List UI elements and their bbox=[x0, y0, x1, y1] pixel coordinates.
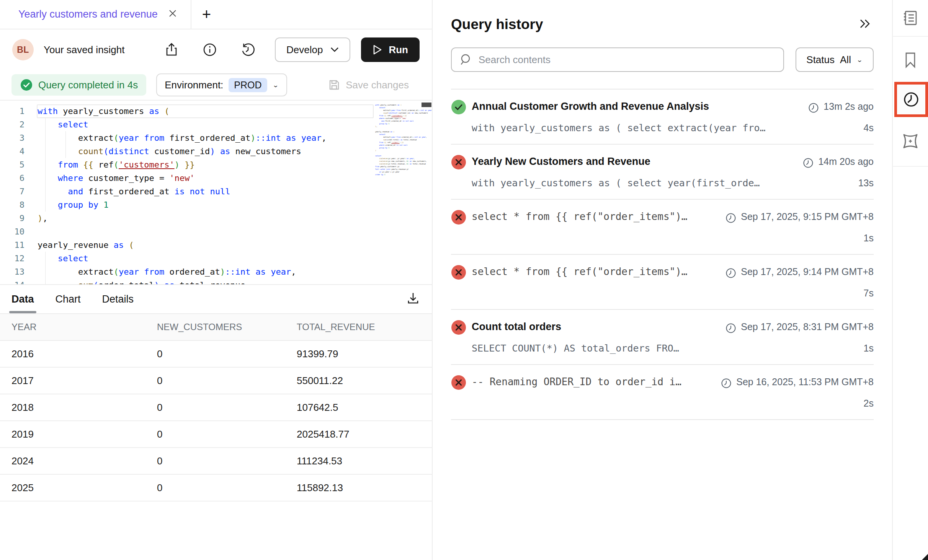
chevron-down-icon bbox=[330, 47, 339, 52]
query-title: -- Renaming ORDER_ID to order_id i… bbox=[472, 375, 721, 392]
editor-code[interactable]: with yearly_customers as ( select extrac… bbox=[34, 104, 432, 285]
new-tab-button[interactable]: + bbox=[191, 6, 222, 23]
editor-scrollbar-thumb[interactable] bbox=[422, 103, 431, 107]
search-input[interactable] bbox=[479, 54, 776, 66]
environment-selector[interactable]: Environment: PROD ⌄ bbox=[156, 73, 287, 96]
minimap-line: full outer join yearly_revenue yr bbox=[375, 168, 420, 171]
line-number: 9 bbox=[0, 212, 25, 225]
line-number: 6 bbox=[0, 171, 25, 185]
minimap-line: where customer_type = 'new' bbox=[375, 117, 420, 120]
error-status-icon bbox=[451, 375, 472, 392]
save-changes-button[interactable]: Save changes bbox=[328, 79, 409, 91]
line-number: 14 bbox=[0, 278, 25, 285]
table-cell: 2019 bbox=[11, 428, 157, 440]
query-history-list: Annual Customer Growth and Revenue Analy… bbox=[451, 89, 874, 420]
version-history-icon[interactable] bbox=[237, 38, 260, 61]
table-cell: 550011.22 bbox=[297, 375, 432, 387]
table-cell: 0 bbox=[157, 402, 297, 413]
status-filter-dropdown[interactable]: Status All ⌄ bbox=[796, 47, 874, 72]
code-line: sum(order_total) as total_revenue bbox=[38, 278, 432, 285]
error-status-icon bbox=[451, 155, 472, 171]
line-number: 7 bbox=[0, 185, 25, 198]
tab-details[interactable]: Details bbox=[102, 285, 134, 313]
minimap-line: with yearly_customers as ( bbox=[375, 104, 420, 106]
search-box[interactable] bbox=[451, 47, 784, 72]
minimap-line: select bbox=[375, 133, 420, 136]
query-duration: 1s bbox=[725, 233, 874, 245]
table-row: 2016091399.79 bbox=[0, 341, 432, 368]
table-cell: 0 bbox=[157, 455, 297, 467]
notebook-icon[interactable] bbox=[892, 0, 928, 36]
query-history-header: Query history bbox=[451, 16, 874, 33]
code-line: and first_ordered_at is not null bbox=[38, 185, 432, 198]
line-number: 8 bbox=[0, 198, 25, 212]
query-title: Yearly New Customers and Revenue bbox=[472, 155, 803, 171]
query-history-item[interactable]: Yearly New Customers and Revenue14m 20s … bbox=[451, 145, 874, 200]
tab-close-icon[interactable] bbox=[168, 8, 178, 20]
minimap-line: order by 1 bbox=[375, 173, 420, 176]
save-icon bbox=[328, 79, 340, 91]
query-history-rail-highlight[interactable] bbox=[894, 82, 928, 117]
table-row: 201902025418.77 bbox=[0, 421, 432, 448]
query-history-title: Query history bbox=[451, 16, 543, 33]
minimap-line: from yearly_customers yc bbox=[375, 165, 420, 168]
query-preview: with yearly_customers as ( select year(f… bbox=[472, 177, 803, 190]
table-cell: 111234.53 bbox=[297, 455, 432, 467]
table-cell: 0 bbox=[157, 348, 297, 360]
line-number: 5 bbox=[0, 158, 25, 171]
query-title: Count total orders bbox=[472, 320, 725, 337]
develop-button[interactable]: Develop bbox=[275, 37, 350, 62]
query-preview bbox=[472, 288, 725, 300]
collapse-panel-icon[interactable] bbox=[855, 16, 874, 33]
table-cell: 0 bbox=[157, 375, 297, 387]
error-status-icon bbox=[451, 265, 472, 282]
editor-minimap[interactable]: with yearly_customers as ( select extrac… bbox=[375, 104, 420, 176]
success-status-icon bbox=[451, 99, 472, 116]
save-changes-label: Save changes bbox=[346, 79, 409, 91]
table-cell: 2025418.77 bbox=[297, 428, 432, 440]
query-duration: 4s bbox=[808, 122, 874, 135]
search-icon bbox=[459, 53, 472, 66]
avatar: BL bbox=[12, 39, 34, 60]
tab-yearly-customers[interactable]: Yearly customers and revenue bbox=[0, 0, 191, 29]
query-history-item[interactable]: select * from {{ ref("order_items")…Sep … bbox=[451, 255, 874, 310]
query-preview: with yearly_customers as ( select extrac… bbox=[472, 122, 808, 135]
run-button[interactable]: Run bbox=[361, 37, 420, 62]
query-history-item[interactable]: select * from {{ ref("order_items")…Sep … bbox=[451, 200, 874, 255]
rail-divider bbox=[892, 36, 928, 37]
minimap-line: ) bbox=[375, 149, 420, 152]
query-title: select * from {{ ref("order_items")… bbox=[472, 210, 725, 226]
resize-corner-handle[interactable] bbox=[922, 554, 928, 560]
tab-chart[interactable]: Chart bbox=[56, 285, 81, 313]
query-duration: 13s bbox=[803, 177, 874, 190]
line-number: 11 bbox=[0, 238, 25, 252]
query-history-item[interactable]: -- Renaming ORDER_ID to order_id i…Sep 1… bbox=[451, 365, 874, 420]
pinwheel-icon[interactable] bbox=[892, 123, 928, 159]
results-table-header: YEARNEW_CUSTOMERSTOTAL_REVENUE bbox=[0, 313, 432, 341]
tab-data[interactable]: Data bbox=[11, 285, 34, 313]
download-icon[interactable] bbox=[406, 291, 420, 307]
column-header: TOTAL_REVENUE bbox=[297, 322, 432, 332]
error-status-icon bbox=[451, 320, 472, 337]
develop-label: Develop bbox=[286, 44, 323, 56]
minimap-line: from {{ ref('customers') }} bbox=[375, 114, 420, 117]
query-timestamp: 13m 2s ago bbox=[808, 99, 874, 116]
code-line: extract(year from ordered_at)::int as ye… bbox=[38, 265, 432, 278]
insight-subtitle: Your saved insight bbox=[44, 44, 125, 56]
table-cell: 0 bbox=[157, 482, 297, 494]
table-cell: 91399.79 bbox=[297, 348, 432, 360]
run-label: Run bbox=[389, 44, 408, 56]
code-line: from {{ ref('customers') }} bbox=[38, 158, 432, 171]
share-icon[interactable] bbox=[160, 38, 183, 61]
table-cell: 2025 bbox=[11, 482, 157, 494]
query-timestamp: Sep 16, 2025, 11:53 PM GMT+8 bbox=[721, 375, 874, 392]
bookmark-icon[interactable] bbox=[892, 42, 928, 78]
code-line: group by 1 bbox=[38, 198, 432, 212]
query-history-item[interactable]: Annual Customer Growth and Revenue Analy… bbox=[451, 90, 874, 145]
sql-editor[interactable]: 1234567891011121314151617181920212223242… bbox=[0, 101, 432, 285]
query-history-item[interactable]: Count total ordersSep 17, 2025, 8:31 PM … bbox=[451, 310, 874, 365]
status-filter-label: Status bbox=[806, 54, 835, 66]
query-history-controls: Status All ⌄ bbox=[451, 47, 874, 72]
minimap-line: and first_ordered_at is not null bbox=[375, 120, 420, 122]
info-icon[interactable] bbox=[198, 38, 221, 61]
